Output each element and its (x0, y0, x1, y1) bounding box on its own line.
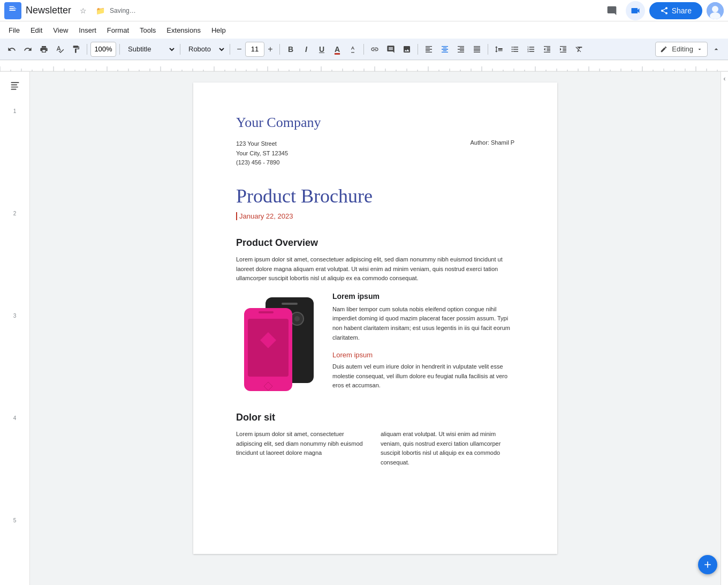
section1-body: Lorem ipsum dolor sit amet, consectetuer… (236, 255, 514, 283)
toolbar: Subtitle Normal text Heading 1 Title Rob… (0, 39, 728, 60)
address-block: 123 Your Street Your City, ST 12345 (123… (236, 139, 514, 168)
list-ordered-button[interactable] (524, 42, 539, 57)
page-num-1: 1 (13, 108, 17, 114)
clear-formatting-button[interactable] (572, 42, 587, 57)
page-num-5: 5 (13, 518, 17, 523)
separator-1 (87, 44, 87, 55)
svg-rect-80 (11, 89, 16, 90)
menu-insert[interactable]: Insert (74, 24, 101, 36)
dolor-col2: aliquam erat volutpat. Ut wisi enim ad m… (381, 430, 514, 476)
dolor-col2-text: aliquam erat volutpat. Ut wisi enim ad m… (381, 430, 514, 467)
add-page-button[interactable] (698, 555, 717, 574)
font-size-input[interactable] (245, 42, 264, 57)
outline-icon[interactable] (5, 76, 25, 95)
svg-rect-2 (9, 10, 16, 11)
comments-button[interactable] (602, 1, 621, 20)
document-main-title: Product Brochure (236, 185, 514, 208)
justify-button[interactable] (469, 42, 484, 57)
dolor-heading: Dolor sit (236, 412, 514, 423)
document-area[interactable]: Your Company 123 Your Street Your City, … (30, 72, 721, 585)
document-page: Your Company 123 Your Street Your City, … (193, 82, 557, 554)
page-num-3: 3 (13, 313, 17, 319)
redo-button[interactable] (20, 42, 35, 57)
svg-rect-79 (11, 87, 18, 88)
star-icon[interactable]: ☆ (75, 3, 90, 18)
share-button[interactable]: Share (649, 2, 702, 19)
page-num-2: 2 (13, 211, 17, 216)
bold-button[interactable]: B (283, 42, 298, 57)
document-date: January 22, 2023 (236, 212, 514, 220)
editing-mode-button[interactable]: Editing (655, 42, 708, 57)
separator-2 (119, 44, 120, 55)
zoom-input[interactable] (90, 42, 116, 57)
menu-tools[interactable]: Tools (135, 24, 160, 36)
user-avatar[interactable] (707, 2, 724, 19)
dolor-col1-text: Lorem ipsum dolor sit amet, consectetuer… (236, 430, 370, 458)
main-area: 1 2 3 4 5 Your Company 123 Your Street Y… (0, 72, 728, 585)
top-right-controls: Share (602, 1, 724, 20)
line-spacing-button[interactable] (491, 42, 506, 57)
document-title[interactable]: Newsletter (26, 5, 71, 16)
title-icons: ☆ 📁 Saving… (75, 3, 140, 18)
font-family-select[interactable]: Roboto Arial Georgia (184, 42, 226, 57)
lorem-ipsum-heading: Lorem ipsum (332, 292, 514, 301)
align-center-button[interactable] (437, 42, 452, 57)
comment-inline-button[interactable] (383, 42, 398, 57)
menu-extensions[interactable]: Extensions (162, 24, 205, 36)
section1-heading: Product Overview (236, 237, 514, 249)
undo-button[interactable] (4, 42, 19, 57)
paragraph-style-select[interactable]: Subtitle Normal text Heading 1 Title (123, 42, 177, 57)
separator-3 (180, 44, 180, 55)
app-icon[interactable] (4, 2, 21, 19)
increase-font-size[interactable]: + (264, 42, 276, 57)
meet-button[interactable] (626, 1, 645, 20)
paint-format-button[interactable] (69, 42, 84, 57)
align-right-button[interactable] (453, 42, 468, 57)
separator-6 (363, 44, 364, 55)
menu-edit[interactable]: Edit (26, 24, 47, 36)
align-left-button[interactable] (421, 42, 436, 57)
collapse-button[interactable]: ‹ (723, 74, 727, 84)
share-label: Share (672, 6, 692, 15)
address-left: 123 Your Street Your City, ST 12345 (123… (236, 139, 288, 168)
decrease-font-size[interactable]: − (233, 42, 245, 57)
font-size-control: − + (233, 42, 276, 57)
print-button[interactable] (36, 42, 51, 57)
zoom-control (90, 42, 116, 57)
list-unordered-button[interactable] (507, 42, 522, 57)
indent-increase-button[interactable] (556, 42, 571, 57)
dolor-col1: Lorem ipsum dolor sit amet, consectetuer… (236, 430, 370, 476)
separator-4 (230, 44, 230, 55)
spellcheck-button[interactable] (52, 42, 67, 57)
right-collapse-panel: ‹ (721, 72, 728, 585)
dolor-section: Dolor sit Lorem ipsum dolor sit amet, co… (236, 412, 514, 476)
address-line2: Your City, ST 12345 (236, 149, 288, 159)
image-button[interactable] (399, 42, 414, 57)
add-button-container (698, 555, 717, 574)
phone-image (236, 292, 322, 394)
underline-button[interactable]: U (314, 42, 329, 57)
ruler (0, 60, 728, 72)
chevron-up-button[interactable] (709, 42, 724, 57)
menu-view[interactable]: View (49, 24, 72, 36)
highlight-button[interactable] (345, 42, 360, 57)
author-text: Author: Shamil P (470, 139, 514, 168)
indent-decrease-button[interactable] (540, 42, 555, 57)
menu-file[interactable]: File (4, 24, 24, 36)
svg-rect-82 (282, 303, 298, 305)
italic-button[interactable]: I (299, 42, 314, 57)
editing-mode-label: Editing (672, 45, 693, 53)
menu-help[interactable]: Help (207, 24, 230, 36)
saving-status: Saving… (110, 7, 136, 14)
separator-8 (488, 44, 488, 55)
svg-point-4 (712, 6, 718, 12)
svg-point-84 (294, 316, 300, 321)
lorem-ipsum-col: Lorem ipsum Nam liber tempor cum soluta … (332, 292, 514, 399)
svg-rect-77 (11, 82, 19, 83)
menu-bar: File Edit View Insert Format Tools Exten… (0, 21, 728, 39)
lorem-ipsum-body: Nam liber tempor cum soluta nobis eleife… (332, 305, 514, 342)
link-button[interactable] (367, 42, 382, 57)
menu-format[interactable]: Format (103, 24, 133, 36)
folder-icon[interactable]: 📁 (93, 3, 108, 18)
text-color-button[interactable]: A (330, 42, 345, 57)
